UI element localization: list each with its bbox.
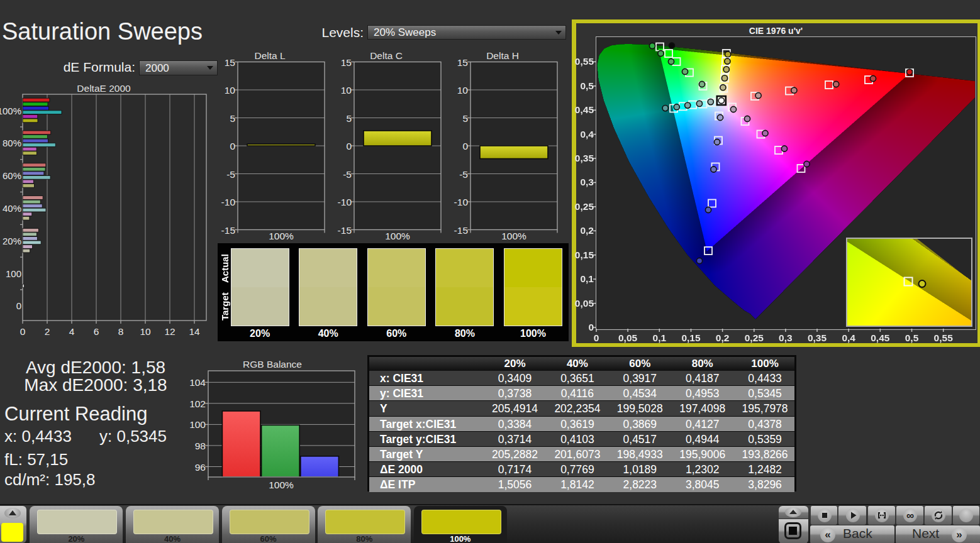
svg-text:0: 0 (16, 300, 21, 311)
svg-text:0,5: 0,5 (905, 332, 919, 343)
svg-text:0,5: 0,5 (580, 80, 594, 91)
svg-text:0,35: 0,35 (808, 332, 827, 343)
svg-text:Delta L: Delta L (254, 50, 285, 61)
svg-text:0,15: 0,15 (681, 332, 701, 343)
svg-text:10: 10 (341, 85, 352, 96)
svg-text:5: 5 (230, 113, 235, 124)
svg-text:0,3: 0,3 (580, 177, 594, 187)
svg-text:102: 102 (189, 398, 206, 409)
svg-text:0,1: 0,1 (580, 273, 594, 284)
svg-text:∞: ∞ (906, 510, 914, 522)
svg-text:20%: 20% (3, 236, 21, 246)
svg-text:0,2: 0,2 (580, 225, 594, 236)
svg-text:0,25: 0,25 (745, 332, 764, 343)
svg-text:-5: -5 (226, 169, 235, 180)
svg-text:15: 15 (457, 57, 468, 68)
svg-text:14: 14 (189, 326, 200, 337)
svg-text:6: 6 (94, 326, 99, 337)
svg-text:100: 100 (6, 268, 21, 279)
svg-text:15: 15 (225, 57, 235, 68)
svg-text:4: 4 (69, 326, 75, 337)
svg-text:0: 0 (20, 326, 26, 337)
svg-text:15: 15 (341, 57, 352, 68)
svg-text:-10: -10 (338, 197, 352, 207)
svg-text:0,4: 0,4 (842, 332, 855, 343)
svg-text:DeltaE 2000: DeltaE 2000 (77, 83, 131, 94)
svg-text:0: 0 (594, 332, 599, 343)
svg-text:Delta H: Delta H (486, 50, 519, 61)
svg-text:0: 0 (230, 141, 235, 151)
svg-text:100: 100 (189, 419, 206, 430)
svg-text:10: 10 (140, 326, 151, 337)
svg-text:0,4: 0,4 (580, 129, 594, 140)
svg-text:0,25: 0,25 (575, 201, 594, 212)
svg-text:0: 0 (588, 322, 594, 332)
svg-text:5: 5 (462, 113, 468, 124)
svg-text:2: 2 (45, 326, 50, 337)
svg-text:96: 96 (195, 462, 206, 473)
svg-text:-5: -5 (459, 169, 468, 180)
svg-text:10: 10 (457, 85, 469, 96)
svg-text:0,15: 0,15 (575, 250, 594, 260)
svg-text:0,3: 0,3 (779, 332, 793, 343)
svg-text:8: 8 (118, 326, 124, 337)
svg-text:98: 98 (195, 441, 206, 451)
svg-text:100%: 100% (269, 231, 294, 241)
svg-text:100%: 100% (501, 231, 526, 241)
svg-text:12: 12 (164, 326, 175, 337)
svg-text:10: 10 (225, 85, 236, 96)
svg-text:0: 0 (346, 141, 352, 151)
svg-text:0,2: 0,2 (716, 332, 730, 343)
svg-text:0,35: 0,35 (575, 153, 594, 163)
svg-text:-15: -15 (454, 225, 468, 236)
svg-text:-10: -10 (454, 197, 469, 207)
svg-text:Delta C: Delta C (370, 50, 403, 61)
svg-text:0,1: 0,1 (653, 332, 667, 343)
svg-text:-5: -5 (343, 169, 352, 180)
svg-text:0: 0 (462, 141, 468, 151)
svg-text:RGB Balance: RGB Balance (243, 359, 302, 370)
svg-text:0,45: 0,45 (871, 332, 890, 343)
svg-text:0,55: 0,55 (934, 332, 954, 343)
svg-text:104: 104 (189, 377, 206, 388)
svg-text:-15: -15 (221, 225, 235, 236)
svg-text:0,05: 0,05 (575, 298, 594, 309)
svg-text:100%: 100% (385, 231, 410, 241)
svg-text:-15: -15 (338, 225, 352, 236)
svg-text:0,05: 0,05 (618, 332, 638, 343)
svg-text:100%: 100% (269, 480, 294, 490)
svg-text:40%: 40% (3, 203, 21, 214)
svg-text:60%: 60% (3, 170, 21, 181)
svg-text:5: 5 (346, 113, 352, 124)
svg-text:80%: 80% (3, 138, 21, 148)
svg-text:100%: 100% (0, 106, 21, 116)
svg-text:0,55: 0,55 (575, 56, 594, 67)
svg-text:0,45: 0,45 (575, 104, 594, 115)
svg-text:-10: -10 (221, 197, 236, 207)
